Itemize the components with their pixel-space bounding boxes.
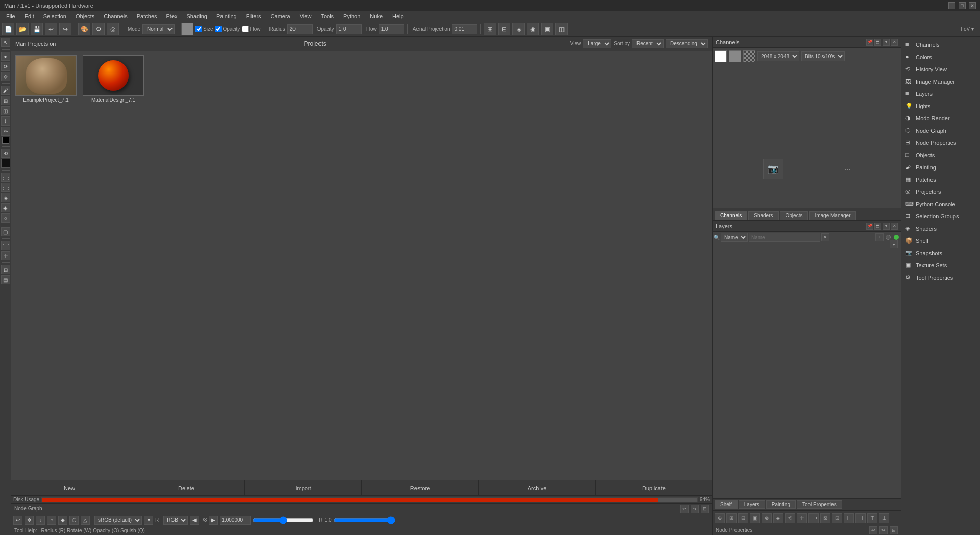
bt-undo[interactable]: ↩ [13,516,22,525]
color-tool-button[interactable] [2,137,9,144]
smear-tool-button[interactable]: ⌇ [1,116,10,126]
new-project-button[interactable]: New [11,480,128,495]
panel-item-selection-groups[interactable]: ⊞ Selection Groups [901,210,980,223]
eyedrop-tool-button[interactable]: ✏ [1,127,10,136]
bottom-tab-tool-props[interactable]: Tool Properties [797,500,842,509]
layers-extra-btn[interactable]: ▸ [890,240,898,248]
bt-move[interactable]: ✥ [24,516,34,525]
duplicate-project-button[interactable]: Duplicate [596,480,712,495]
dot-tool-button[interactable]: ⋮⋮ [1,173,10,182]
minimize-button[interactable]: ─ [948,2,955,9]
ng-btn-3[interactable]: ⊟ [701,505,709,513]
channels-menu-button[interactable]: ▾ [883,39,890,46]
channel-type-select[interactable]: RGB [163,516,188,525]
restore-project-button[interactable]: Restore [362,480,479,495]
panel-item-painting[interactable]: 🖌 Painting [901,161,980,174]
grid2-tool-button[interactable]: ⋮⋮ [1,241,10,250]
panel-item-python-console[interactable]: ⌨ Python Console [901,198,980,210]
menu-channels[interactable]: Channels [100,12,131,20]
maximize-button[interactable]: □ [959,2,966,9]
sort-select[interactable]: Recent [632,39,664,48]
bt-down[interactable]: ↓ [36,516,45,525]
redo-button[interactable]: ↪ [59,23,71,35]
channels-close-button[interactable]: ✕ [891,39,898,46]
mask-tool-button[interactable]: ◉ [1,203,10,212]
tool-btn-3[interactable]: ◎ [107,23,119,35]
layers-filter-select[interactable]: Name [721,233,748,242]
panel-item-shaders[interactable]: ◈ Shaders [901,223,980,235]
radius-input[interactable] [287,24,313,34]
bt-next-frame[interactable]: ▶ [209,516,218,525]
flow-input[interactable] [379,24,404,34]
brush-tool-button[interactable]: 🖌 [1,86,10,95]
np-btn-2[interactable]: ↪ [879,526,888,534]
cbt-btn-11[interactable]: ⊡ [832,513,842,523]
color-swatch[interactable] [181,23,193,35]
channel-type-select[interactable]: Bits 10's/10's [801,51,845,61]
flow-checkbox[interactable] [242,26,249,32]
undo-button[interactable]: ↩ [45,23,57,35]
menu-file[interactable]: File [2,12,19,20]
ng-btn-2[interactable]: ↪ [691,505,699,513]
cbt-btn-2[interactable]: ⊞ [726,513,737,523]
menu-edit[interactable]: Edit [20,12,38,20]
opacity-checkbox[interactable] [215,26,222,32]
np-btn-1[interactable]: ↩ [869,526,877,534]
panel-item-channels[interactable]: ≡ Channels [901,39,980,51]
colorspace-select[interactable]: sRGB (default) [94,516,142,525]
project-item-face[interactable]: ExampleProject_7.1 [15,55,77,103]
order-select[interactable]: Descending [666,39,708,48]
bt-circle[interactable]: ○ [47,516,56,525]
circle-tool-button[interactable]: ○ [1,213,10,223]
delete-project-button[interactable]: Delete [128,480,245,495]
panel-item-node-properties[interactable]: ⊞ Node Properties [901,137,980,149]
panel-item-history-view[interactable]: ⟲ History View [901,63,980,76]
panel-item-objects[interactable]: □ Objects [901,149,980,161]
select2-tool-button[interactable]: ⋮⋮ [1,183,10,192]
panel-item-lights[interactable]: 💡 Lights [901,100,980,112]
size-checkbox[interactable] [195,26,202,32]
cbt-btn-14[interactable]: ⊤ [867,513,877,523]
tb-extra-5[interactable]: ▣ [541,23,553,35]
tb-extra-1[interactable]: ⊞ [484,23,496,35]
bottom-tab-layers[interactable]: Layers [739,500,765,509]
zoom-input[interactable] [220,516,251,525]
r-slider[interactable] [334,517,395,524]
ng-btn-1[interactable]: ↩ [680,505,689,513]
zoom-slider[interactable] [253,517,314,524]
panel-item-layers[interactable]: ≡ Layers [901,88,980,100]
bt-hexagon[interactable]: ⬡ [69,516,79,525]
bottom-tab-shelf[interactable]: Shelf [715,500,738,509]
view-select[interactable]: Large [583,39,611,48]
gray-swatch[interactable] [729,50,741,62]
black-swatch[interactable] [1,159,10,168]
layer-tool-button[interactable]: ▤ [1,275,10,284]
bt-prev-frame[interactable]: ◀ [190,516,199,525]
channel-size-select[interactable]: 2048 x 2048 [757,51,799,61]
tb-extra-2[interactable]: ⊟ [498,23,510,35]
stamp-tool-button[interactable]: ◫ [1,106,10,115]
bottom-tab-painting[interactable]: Painting [766,500,796,509]
panel-item-patches[interactable]: ▦ Patches [901,174,980,186]
panel-item-snapshots[interactable]: 📷 Snapshots [901,247,980,259]
transform-tool-button[interactable]: ⟲ [1,149,10,158]
panel-item-projectors[interactable]: ◎ Projectors [901,186,980,198]
tb-extra-3[interactable]: ◈ [512,23,525,35]
checker-swatch[interactable] [743,50,755,62]
cbt-btn-7[interactable]: ⟲ [785,513,795,523]
aerial-input[interactable] [452,24,477,34]
channels-pin-button[interactable]: 📌 [866,39,873,46]
layers-menu-button[interactable]: ▾ [883,223,890,230]
layers-add-button[interactable]: + [875,233,884,241]
cbt-btn-10[interactable]: ⊠ [820,513,830,523]
cbt-btn-1[interactable]: ⊕ [715,513,725,523]
window-controls[interactable]: ─ □ ✕ [948,2,976,9]
menu-painting[interactable]: Painting [212,12,241,20]
mode-select[interactable]: Normal [142,24,175,34]
menu-nuke[interactable]: Nuke [365,12,387,20]
gizmo-tool-button[interactable]: ✛ [1,251,10,260]
uvmap-tool-button[interactable]: ⊟ [1,265,10,274]
opacity-input[interactable] [336,24,362,34]
bt-cs-btn[interactable]: ▾ [144,516,153,525]
menu-tools[interactable]: Tools [316,12,338,20]
